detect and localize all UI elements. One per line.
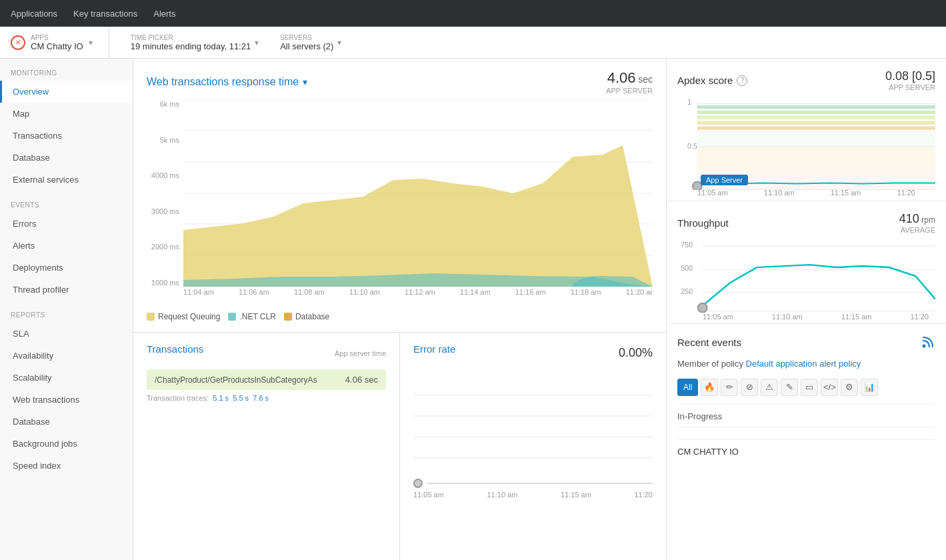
apdex-header: Apdex score ? 0.08 [0.5] APP SERVER xyxy=(677,69,935,91)
legend-dot-dotnet-clr xyxy=(228,313,236,321)
legend-dot-request-queuing xyxy=(147,313,155,321)
error-x-1105: 11:05 am xyxy=(413,491,444,499)
transaction-name: /ChattyProduct/GetProductsInSubCategoryA… xyxy=(155,375,317,385)
scrubber-handle[interactable] xyxy=(413,479,423,488)
trace-link-3[interactable]: 7.6 s xyxy=(253,394,269,402)
legend-label-database: Database xyxy=(295,312,329,321)
error-scrubber xyxy=(413,479,653,488)
sidebar-item-availability[interactable]: Availability xyxy=(0,345,133,367)
servers-label: SERVERS xyxy=(280,34,333,41)
time-picker-value: 19 minutes ending today, 11:21 xyxy=(131,41,251,51)
filter-code-icon[interactable]: </> xyxy=(821,379,838,396)
reports-section-label: REPORTS xyxy=(0,301,133,323)
app-display-name: CM CHATTY IO xyxy=(677,439,935,457)
transaction-time: 4.06 sec xyxy=(345,375,378,385)
x-label-1104: 11:04 am xyxy=(183,288,214,296)
filter-monitor-icon[interactable]: ▭ xyxy=(801,379,818,396)
filter-all[interactable]: All xyxy=(677,379,698,396)
time-picker-chevron-icon: ▾ xyxy=(255,38,259,47)
sidebar-item-errors[interactable]: Errors xyxy=(0,213,133,235)
chart-value: 4.06 xyxy=(607,69,636,86)
svg-text:250: 250 xyxy=(681,287,693,295)
sidebar-item-database[interactable]: Database xyxy=(0,147,133,169)
sidebar-item-overview[interactable]: Overview xyxy=(0,81,133,103)
filter-gear-icon[interactable]: ⚙ xyxy=(841,379,858,396)
svg-rect-24 xyxy=(697,103,935,147)
error-x-1120: 11:20 xyxy=(634,491,653,499)
y-axis: 6k ms 5k ms 4000 ms 3000 ms 2000 ms 1000… xyxy=(147,100,183,287)
sidebar-item-alerts[interactable]: Alerts xyxy=(0,235,133,257)
svg-text:750: 750 xyxy=(681,241,693,249)
legend-label-dotnet-clr: .NET CLR xyxy=(239,312,275,321)
throughput-x-1105: 11:05 am xyxy=(703,313,733,321)
transaction-traces: Transaction traces: 5.1 s 5.5 s 7.6 s xyxy=(147,394,386,402)
transactions-title[interactable]: Transactions xyxy=(147,343,203,355)
error-rate-title[interactable]: Error rate xyxy=(413,343,455,355)
nav-key-transactions[interactable]: Key transactions xyxy=(73,6,137,21)
rss-icon[interactable] xyxy=(921,335,935,349)
legend-request-queuing[interactable]: Request Queuing xyxy=(147,312,220,321)
time-picker-section[interactable]: TIME PICKER 19 minutes ending today, 11:… xyxy=(131,34,259,51)
app-server-badge: App Server xyxy=(701,175,748,185)
legend-dotnet-clr[interactable]: .NET CLR xyxy=(228,312,275,321)
filter-pencil-icon[interactable]: ✏ xyxy=(721,379,738,396)
policy-link[interactable]: Default application alert policy xyxy=(746,359,861,369)
legend-database[interactable]: Database xyxy=(284,312,329,321)
trace-link-2[interactable]: 5.5 s xyxy=(233,394,249,402)
events-section-label: EVENTS xyxy=(0,191,133,213)
nav-alerts[interactable]: Alerts xyxy=(153,6,175,21)
chart-header: Web transactions response time ▾ 4.06 se… xyxy=(147,69,653,95)
x-label-1120: 11:20 ar xyxy=(626,288,653,296)
apdex-info-icon[interactable]: ? xyxy=(737,75,747,86)
transaction-row[interactable]: /ChattyProduct/GetProductsInSubCategoryA… xyxy=(147,369,386,390)
svg-point-35 xyxy=(698,303,707,313)
main-chart-section: Web transactions response time ▾ 4.06 se… xyxy=(133,59,666,333)
sidebar-item-speed-index[interactable]: Speed index xyxy=(0,455,133,477)
monitoring-section-label: MONITORING xyxy=(0,59,133,81)
throughput-avg-label: AVERAGE xyxy=(899,226,935,234)
chart-meta: 4.06 sec APP SERVER xyxy=(606,69,653,95)
sidebar-item-transactions[interactable]: Transactions xyxy=(0,125,133,147)
filter-warning-icon[interactable]: ⚠ xyxy=(761,379,778,396)
svg-rect-25 xyxy=(697,147,935,173)
servers-section[interactable]: SERVERS All servers (2) ▾ xyxy=(280,34,341,51)
throughput-value: 410 xyxy=(899,212,919,225)
throughput-x-1115: 11:15 am xyxy=(841,313,872,321)
apdex-value: 0.08 [0.5] xyxy=(885,69,935,83)
filter-fire-icon[interactable]: 🔥 xyxy=(701,379,718,396)
sidebar-item-background-jobs[interactable]: Background jobs xyxy=(0,433,133,455)
filter-edit-icon[interactable]: ✎ xyxy=(781,379,798,396)
sidebar-item-map[interactable]: Map xyxy=(0,103,133,125)
main-content: Web transactions response time ▾ 4.06 se… xyxy=(133,59,666,560)
sidebar-item-web-transactions[interactable]: Web transactions xyxy=(0,389,133,411)
sidebar-item-deployments[interactable]: Deployments xyxy=(0,257,133,279)
app-selector[interactable]: ✕ APPS CM Chatty IO ▾ xyxy=(11,27,109,58)
chart-title[interactable]: Web transactions response time ▾ xyxy=(147,76,307,88)
chart-legend: Request Queuing .NET CLR Database xyxy=(147,312,653,321)
event-filter-bar: All 🔥 ✏ ⊘ ⚠ ✎ ▭ </> ⚙ 📊 xyxy=(677,379,935,396)
y-label-2k: 2000 ms xyxy=(151,243,179,251)
y-label-1k: 1000 ms xyxy=(151,279,179,287)
filter-chart-icon[interactable]: 📊 xyxy=(861,379,878,396)
x-label-1114: 11:14 am xyxy=(460,288,491,296)
throughput-title: Throughput xyxy=(677,217,729,229)
legend-label-request-queuing: Request Queuing xyxy=(158,312,220,321)
y-label-3k: 3000 ms xyxy=(151,207,179,215)
svg-point-36 xyxy=(923,345,926,348)
throughput-header: Throughput 410 rpm AVERAGE xyxy=(677,212,935,234)
apdex-section: Apdex score ? 0.08 [0.5] APP SERVER 1 0.… xyxy=(667,59,946,201)
sidebar: MONITORING Overview Map Transactions Dat… xyxy=(0,59,133,560)
sidebar-item-sla[interactable]: SLA xyxy=(0,323,133,345)
nav-applications[interactable]: Applications xyxy=(11,6,57,21)
filter-block-icon[interactable]: ⊘ xyxy=(741,379,758,396)
throughput-x-1110: 11:10 am xyxy=(772,313,803,321)
sidebar-item-thread-profiler[interactable]: Thread profiler xyxy=(0,279,133,301)
sidebar-item-database-report[interactable]: Database xyxy=(0,411,133,433)
trace-link-1[interactable]: 5.1 s xyxy=(213,394,229,402)
sidebar-item-external-services[interactable]: External services xyxy=(0,169,133,191)
main-layout: MONITORING Overview Map Transactions Dat… xyxy=(0,59,946,560)
error-x-axis: 11:05 am 11:10 am 11:15 am 11:20 xyxy=(413,491,653,499)
x-label-1116: 11:16 am xyxy=(515,288,546,296)
transactions-panel: Transactions App server time /ChattyProd… xyxy=(133,333,400,560)
sidebar-item-scalability[interactable]: Scalability xyxy=(0,367,133,389)
